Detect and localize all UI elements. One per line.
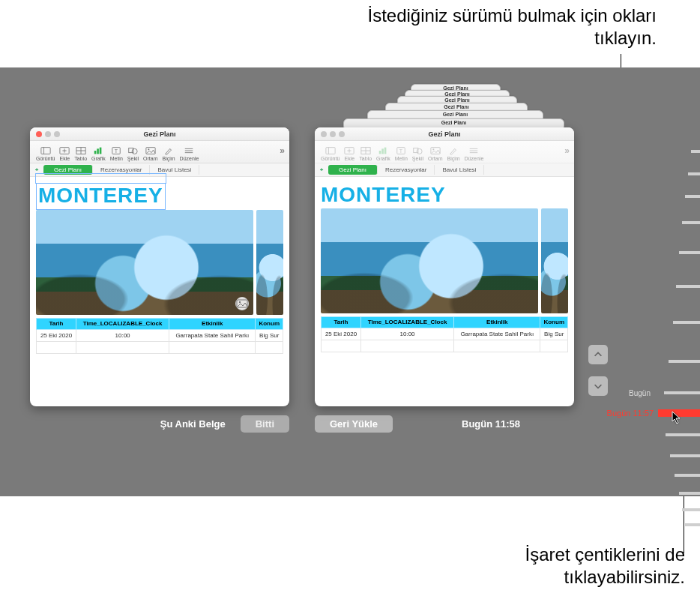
table-header[interactable]: Etkinlik [169,319,256,330]
hero-image [321,208,538,313]
side-image[interactable] [256,210,283,315]
svg-rect-0 [41,148,50,154]
add-sheet-button[interactable]: + [30,166,43,173]
toolbar-insert: Ekle [343,146,356,161]
toolbar-table: Tablo [357,146,373,161]
timeline-tick[interactable] [688,172,700,175]
insert-icon [59,146,70,155]
document-body: MONTEREY Tarih Time_LOCALIZABLE_Clock Et… [30,177,289,357]
toolbar-chart[interactable]: Grafik [90,146,107,161]
svg-rect-13 [129,148,133,153]
versions-footer: Şu Anki Belge Bitti Geri Yükle Bugün 11:… [30,412,574,435]
version-next-button[interactable] [588,376,608,396]
timeline-tick[interactable] [669,360,700,363]
table-header[interactable]: Konum [256,319,283,330]
svg-text:T: T [115,148,118,154]
current-document-label: Şu Anki Belge [160,418,226,430]
restore-button[interactable]: Geri Yükle [315,415,393,433]
sheet-tabs: + Gezi Planı Rezervasyonlar Bavul Listes… [315,163,574,177]
svg-point-21 [239,301,241,303]
media-badge-icon[interactable] [235,297,249,310]
toolbar-organize[interactable]: Düzenle [178,146,201,161]
callout-top-text: İstediğiniz sürümü bulmak için okları tı… [357,4,657,49]
timeline-label-active: Bugün 11:57 [607,409,654,418]
toolbar-table[interactable]: Tablo [73,146,88,161]
table-row [322,340,568,352]
table-row[interactable] [37,342,283,354]
toolbar-media[interactable]: Ortam [142,146,159,161]
version-timestamp-label: Bugün 11:58 [462,418,520,430]
timeline-label-today: Bugün [629,389,651,397]
timeline-tick[interactable] [682,221,700,224]
sheet-tab[interactable]: Bavul Listesi [435,165,484,175]
title-selection[interactable]: MONTEREY [36,183,166,210]
timeline-tick[interactable] [691,150,700,153]
toolbar-shape: Şekil [411,146,425,161]
toolbar-text: TMetin [393,146,409,161]
table-header: Time_LOCALIZABLE_Clock [361,317,454,328]
sheet-tab[interactable]: Rezervasyonlar [378,165,435,175]
titlebar[interactable]: Gezi Planı [30,127,289,141]
timeline-tick[interactable] [675,474,700,477]
svg-point-16 [148,148,149,150]
toolbar-organize: Düzenle [463,146,486,161]
table-header[interactable]: Tarih [37,319,76,330]
table-row[interactable]: 25 Eki 2020 10:00 Garrapata State Sahil … [37,330,283,342]
toolbar-format: Biçim [445,146,461,161]
document-title: MONTEREY [321,184,568,205]
timeline-tick[interactable] [673,321,700,324]
version-prev-button[interactable] [588,345,608,364]
document-body: MONTEREY Tarih Time_LOCALIZABLE_Clock Et… [315,177,574,355]
chart-icon [93,146,103,155]
svg-point-38 [432,148,434,150]
window-title: Gezi Planı [30,130,289,138]
table-row: 25 Eki 2020 10:00 Garrapata State Sahil … [322,328,568,340]
toolbar-text[interactable]: TMetin [109,146,124,161]
timeline-tick[interactable] [676,285,700,288]
timeline-tick[interactable] [664,391,700,394]
done-button[interactable]: Bitti [241,415,289,433]
toolbar-shape[interactable]: Şekil [126,146,140,161]
sheet-tab[interactable]: Gezi Planı [328,165,378,175]
hero-image[interactable] [36,210,253,315]
svg-rect-31 [382,148,384,154]
toolbar-format[interactable]: Biçim [160,146,176,161]
timeline-tick[interactable] [679,251,700,254]
table-header: Etkinlik [454,317,540,328]
table-header: Tarih [322,317,361,328]
timeline-tick[interactable] [670,454,700,457]
timeline-tick[interactable] [685,523,700,526]
text-icon: T [111,146,121,155]
timeline-tick[interactable] [685,195,700,198]
view-icon [40,146,51,155]
timeline-tick[interactable] [666,433,700,436]
toolbar-media: Ortam [426,146,444,161]
document-title[interactable]: MONTEREY [38,185,163,206]
toolbar: Görüntü Ekle Tablo Grafik TMetin Şekil O… [315,141,574,163]
schedule-table[interactable]: Tarih Time_LOCALIZABLE_Clock Etkinlik Ko… [36,318,283,354]
shape-icon [127,146,138,155]
version-timeline[interactable]: Bugün Bugün 11:57 [655,150,700,555]
window-title: Gezi Planı [315,130,574,138]
table-header[interactable]: Time_LOCALIZABLE_Clock [76,319,169,330]
toolbar-view[interactable]: Görüntü [34,146,56,161]
toolbar-overflow-icon[interactable]: » [280,145,285,156]
svg-text:T: T [399,148,403,154]
callout-bottom-text: İşaret çentiklerini de tıklayabilirsiniz… [400,544,685,589]
svg-rect-32 [384,148,387,154]
timeline-tick[interactable] [682,508,700,511]
toolbar: Görüntü Ekle Tablo Grafik TMetin Şekil O… [30,141,289,163]
side-image [541,208,568,313]
schedule-table: Tarih Time_LOCALIZABLE_Clock Etkinlik Ko… [321,316,568,352]
toolbar-chart: Grafik [375,146,392,161]
chevron-down-icon [593,381,603,391]
svg-rect-10 [100,148,102,154]
cursor-pointer-icon [672,411,682,424]
svg-rect-9 [97,148,100,154]
format-icon [163,146,174,155]
current-document-window: Gezi Planı Görüntü Ekle Tablo Grafik TMe… [30,127,289,406]
media-icon [145,146,156,155]
timeline-tick[interactable] [679,492,700,495]
toolbar-insert[interactable]: Ekle [58,146,71,161]
toolbar-view: Görüntü [319,146,341,161]
